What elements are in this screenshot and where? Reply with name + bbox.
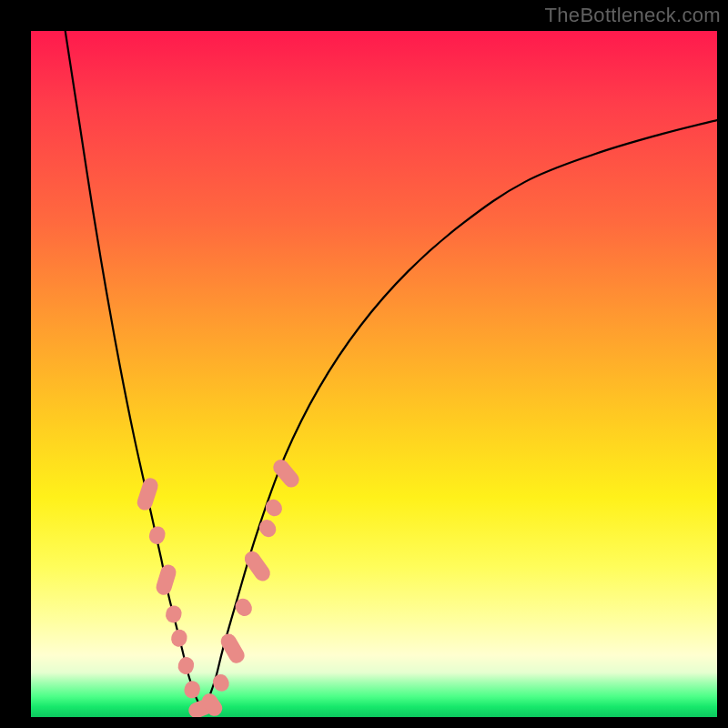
svg-rect-4 — [169, 628, 188, 649]
marker-point — [270, 457, 302, 490]
curve-right-branch — [203, 120, 718, 710]
svg-rect-0 — [136, 476, 160, 512]
chart-svg — [31, 31, 717, 717]
marker-point — [262, 496, 285, 519]
marker-layer — [136, 457, 303, 717]
watermark-text: TheBottleneck.com — [545, 4, 721, 27]
marker-point — [183, 680, 202, 700]
svg-rect-15 — [270, 457, 302, 490]
svg-rect-2 — [154, 562, 177, 596]
marker-point — [177, 655, 196, 676]
marker-point — [256, 517, 278, 541]
marker-point — [210, 672, 232, 694]
curve-left-branch — [66, 31, 203, 710]
svg-rect-13 — [256, 517, 278, 541]
marker-point — [169, 628, 188, 649]
plot-area — [31, 31, 717, 717]
marker-point — [232, 596, 255, 620]
chart-frame: TheBottleneck.com — [0, 0, 728, 728]
marker-point — [164, 603, 184, 624]
marker-point — [154, 562, 177, 596]
svg-rect-6 — [183, 680, 202, 700]
svg-rect-3 — [164, 603, 184, 624]
svg-rect-14 — [262, 496, 285, 519]
svg-rect-5 — [177, 655, 196, 676]
svg-rect-9 — [210, 672, 232, 694]
marker-point — [147, 524, 167, 546]
svg-rect-1 — [147, 524, 167, 546]
svg-rect-11 — [232, 596, 255, 620]
curve-layer — [66, 31, 717, 710]
marker-point — [136, 476, 160, 512]
